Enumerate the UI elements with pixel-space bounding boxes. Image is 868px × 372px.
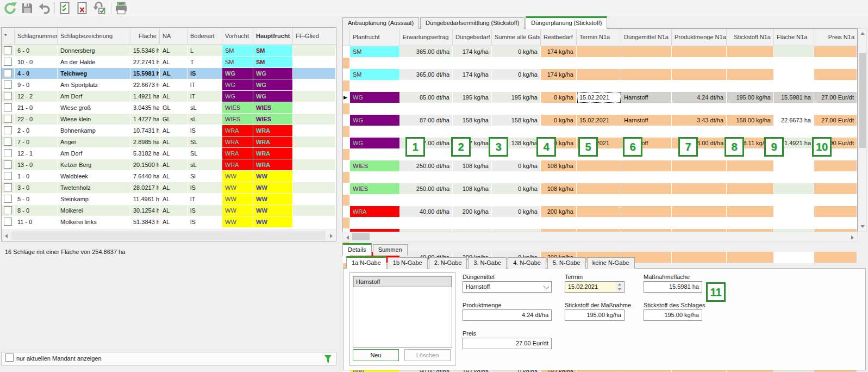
preis-cell[interactable] bbox=[814, 206, 857, 218]
termin-cell[interactable] bbox=[577, 206, 621, 218]
bodenart-cell[interactable]: lS bbox=[188, 205, 222, 216]
flaeche-cell[interactable]: 27.2741 ha bbox=[130, 57, 160, 68]
filter-icon[interactable] bbox=[324, 355, 332, 365]
na-cell[interactable]: AL bbox=[160, 125, 188, 137]
planning-tab[interactable]: Düngerplanung (Stickstoff) bbox=[526, 16, 607, 29]
vorfrucht-cell[interactable]: WIES bbox=[222, 114, 253, 125]
row-checkbox[interactable] bbox=[4, 149, 12, 157]
vorfrucht-cell[interactable]: WW bbox=[222, 171, 253, 182]
duengebedarf-cell[interactable]: 108 kg/ha bbox=[453, 183, 492, 195]
hauptfrucht-cell[interactable]: WW bbox=[253, 205, 293, 216]
duengebedarf-cell[interactable]: 108 kg/ha bbox=[453, 160, 492, 172]
gabe-tab[interactable]: 4. N-Gabe bbox=[508, 257, 546, 269]
planning-column-header[interactable]: Planfrucht bbox=[350, 29, 400, 46]
erwartungsertrag-cell[interactable]: 365.00 dt/ha bbox=[400, 69, 453, 80]
schlagbezeichnung-cell[interactable]: An der Halde bbox=[58, 57, 130, 68]
restbedarf-cell[interactable]: 200 kg/ha bbox=[541, 206, 577, 218]
duengemittel-cell[interactable] bbox=[621, 206, 672, 218]
row-checkbox-cell[interactable] bbox=[2, 45, 15, 57]
print-icon[interactable] bbox=[115, 2, 129, 15]
planning-column-header[interactable]: Summe alle Gaben bbox=[492, 29, 541, 46]
stickstoff-cell[interactable] bbox=[727, 252, 774, 263]
planning-column-header[interactable]: Stickstoff N1a bbox=[727, 29, 774, 46]
field-table-row[interactable]: 10 - 0An der Halde27.2741 haALTSMSM bbox=[2, 57, 336, 68]
schlagnummer-cell[interactable]: 2 - 0 bbox=[15, 125, 58, 137]
restbedarf-cell[interactable]: 0 kg/ha bbox=[541, 92, 577, 103]
schlagbezeichnung-cell[interactable]: Kelzer Berg bbox=[58, 159, 130, 171]
na-cell[interactable]: AL bbox=[160, 216, 188, 228]
flaeche-n1a-cell[interactable] bbox=[774, 252, 814, 263]
na-cell[interactable]: AL bbox=[160, 68, 188, 79]
bodenart-cell[interactable]: sL bbox=[188, 102, 222, 114]
schlagbezeichnung-cell[interactable]: Am Sportplatz bbox=[58, 79, 130, 91]
flaeche-cell[interactable]: 5.3182 ha bbox=[130, 148, 160, 159]
schlagnummer-cell[interactable]: 13 - 0 bbox=[15, 159, 58, 171]
row-checkbox-cell[interactable] bbox=[2, 171, 15, 182]
row-checkbox[interactable] bbox=[4, 46, 12, 54]
ff-glied-cell[interactable] bbox=[293, 194, 336, 205]
termin-cell[interactable]: 15.02.2021 bbox=[577, 92, 621, 103]
planfrucht-cell[interactable]: WG bbox=[350, 92, 400, 103]
schlagnummer-cell[interactable]: 12 - 2 bbox=[15, 91, 58, 102]
planfrucht-cell[interactable]: WIES bbox=[350, 183, 400, 195]
field-table-row[interactable]: 2 - 0Bohnenkamp10.7431 haALlSWRAWRA bbox=[2, 125, 336, 137]
filler-cell[interactable] bbox=[343, 80, 350, 92]
ff-glied-cell[interactable] bbox=[293, 68, 336, 79]
duengebedarf-cell[interactable]: 174 kg/ha bbox=[453, 46, 492, 58]
flaeche-n1a-cell[interactable]: 22.6673 ha bbox=[774, 115, 814, 126]
field-table-hscrollbar[interactable] bbox=[2, 230, 336, 241]
ff-glied-cell[interactable] bbox=[293, 125, 336, 137]
filler-cell[interactable] bbox=[343, 149, 350, 160]
planning-column-header[interactable]: Produktmenge N1a bbox=[672, 29, 727, 46]
field-column-header[interactable]: Fläche bbox=[130, 28, 160, 45]
row-checkbox[interactable] bbox=[4, 115, 12, 123]
schlagbezeichnung-cell[interactable]: Steinkamp bbox=[58, 194, 130, 205]
row-checkbox[interactable] bbox=[4, 58, 12, 66]
stickstoff-massnahme-input[interactable]: 195.00 kg/ha bbox=[565, 309, 625, 321]
na-cell[interactable]: GL bbox=[160, 114, 188, 125]
delete-document-icon[interactable] bbox=[76, 2, 90, 15]
row-checkbox[interactable] bbox=[4, 126, 12, 134]
schlagnummer-cell[interactable]: 9 - 0 bbox=[15, 79, 58, 91]
bodenart-cell[interactable]: lS bbox=[188, 68, 222, 79]
planning-column-header[interactable]: Erwartungsertrag bbox=[400, 29, 453, 46]
schlagnummer-cell[interactable]: 10 - 0 bbox=[15, 57, 58, 68]
summe-gaben-cell[interactable]: 0 kg/ha bbox=[492, 69, 541, 80]
duengemittel-cell[interactable] bbox=[621, 183, 672, 195]
termin-cell[interactable] bbox=[577, 183, 621, 195]
field-table-row[interactable]: 4 - 0Teichweg15.5981 haALlSWGWG bbox=[2, 68, 336, 79]
planning-tab[interactable]: Düngebedarfsermittlung (Stickstoff) bbox=[420, 17, 524, 29]
vorfrucht-cell[interactable]: WW bbox=[222, 194, 253, 205]
schlagnummer-cell[interactable]: 11 - 0 bbox=[15, 216, 58, 228]
schlagbezeichnung-cell[interactable]: Twetenholz bbox=[58, 182, 130, 194]
erwartungsertrag-cell[interactable]: 365.00 dt/ha bbox=[400, 46, 453, 58]
ff-glied-cell[interactable] bbox=[293, 102, 336, 114]
ff-glied-cell[interactable] bbox=[293, 216, 336, 228]
planfrucht-cell[interactable]: WG bbox=[350, 115, 400, 126]
bodenart-cell[interactable]: sL bbox=[188, 114, 222, 125]
field-table-row[interactable]: 5 - 0Steinkamp11.4961 haALlTWWWW bbox=[2, 194, 336, 205]
stickstoff-cell[interactable] bbox=[727, 206, 774, 218]
row-checkbox[interactable] bbox=[4, 69, 12, 77]
na-cell[interactable]: AL bbox=[160, 79, 188, 91]
vorfrucht-cell[interactable]: WRA bbox=[222, 159, 253, 171]
row-checkbox-cell[interactable] bbox=[2, 79, 15, 91]
summe-gaben-cell[interactable]: 0 kg/ha bbox=[492, 160, 541, 172]
na-cell[interactable]: AL bbox=[160, 171, 188, 182]
row-checkbox-cell[interactable] bbox=[2, 194, 15, 205]
row-checkbox-cell[interactable] bbox=[2, 182, 15, 194]
row-checkbox[interactable] bbox=[4, 195, 12, 203]
planning-table-row[interactable]: SM365.00 dt/ha174 kg/ha0 kg/ha174 kg/ha bbox=[343, 69, 857, 92]
flaeche-cell[interactable]: 10.7431 ha bbox=[130, 125, 160, 137]
vorfrucht-cell[interactable]: WRA bbox=[222, 125, 253, 137]
row-checkbox[interactable] bbox=[4, 80, 12, 89]
ff-glied-cell[interactable] bbox=[293, 205, 336, 216]
stickstoff-cell[interactable] bbox=[727, 160, 774, 172]
schlagbezeichnung-cell[interactable]: Am Dorf bbox=[58, 91, 130, 102]
erwartungsertrag-cell[interactable]: 40.00 dt/ha bbox=[400, 206, 453, 218]
ff-glied-cell[interactable] bbox=[293, 45, 336, 57]
bodenart-cell[interactable]: T bbox=[188, 57, 222, 68]
schlagbezeichnung-cell[interactable]: Waldbleek bbox=[58, 171, 130, 182]
termin-input[interactable]: 15.02.2021 bbox=[565, 281, 616, 293]
row-checkbox-cell[interactable] bbox=[2, 216, 15, 228]
